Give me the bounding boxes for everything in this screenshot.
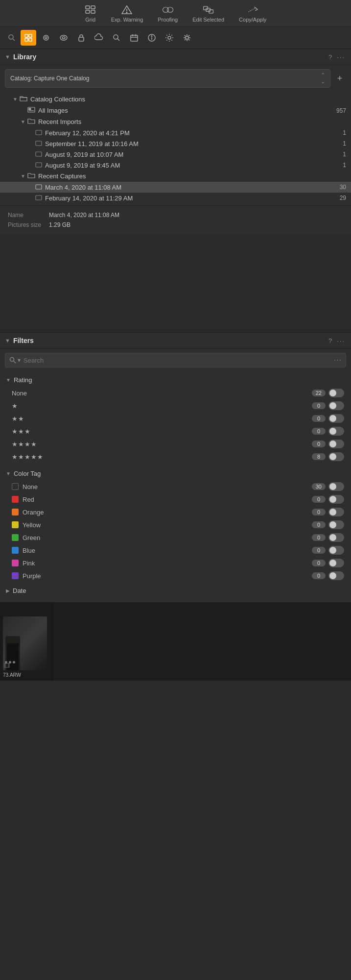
- library-title: Library: [13, 53, 36, 61]
- tab-cloud[interactable]: [91, 30, 107, 46]
- recent-import-item-3[interactable]: August 9, 2019 at 9:45 AM 1: [0, 160, 351, 171]
- catalog-add-button[interactable]: +: [333, 72, 346, 85]
- all-images-item[interactable]: All Images 957: [0, 105, 351, 116]
- rating-none-toggle[interactable]: [328, 389, 344, 397]
- color-orange-toggle[interactable]: [328, 508, 344, 516]
- import-folder-icon-0: [35, 129, 42, 137]
- svg-rect-18: [29, 34, 32, 37]
- tab-mask[interactable]: [56, 30, 71, 46]
- color-purple-toggle[interactable]: [328, 571, 344, 580]
- catalog-collections-tree: ▼ Catalog Collections All Images 957: [0, 92, 351, 205]
- exp-warning-button[interactable]: Exp. Warning: [111, 5, 143, 23]
- copy-apply-button[interactable]: Copy/Apply: [239, 5, 266, 23]
- rating-1star-stars: ★: [12, 402, 312, 410]
- color-tag-row-purple: Purple 0: [0, 569, 351, 582]
- recent-import-item-1[interactable]: September 11, 2019 at 10:16 AM 1: [0, 138, 351, 149]
- rating-row-3star: ★★★ 0: [0, 425, 351, 438]
- color-tag-row-red: Red 0: [0, 493, 351, 506]
- rating-label: Rating: [14, 376, 32, 384]
- tab-calendar[interactable]: [126, 30, 142, 46]
- library-chevron-icon[interactable]: ▼: [5, 54, 10, 60]
- tab-photos[interactable]: [38, 30, 54, 46]
- capture-count-0: 30: [340, 184, 346, 191]
- rating-2star-toggle[interactable]: [328, 414, 344, 423]
- tab-cog[interactable]: [179, 30, 195, 46]
- color-yellow-toggle[interactable]: [328, 520, 344, 529]
- copy-apply-label: Copy/Apply: [239, 17, 266, 23]
- color-tag-row-none: None 30: [0, 480, 351, 493]
- rating-1star-count: 0: [312, 402, 326, 409]
- color-pink-toggle[interactable]: [328, 559, 344, 567]
- import-count-3: 1: [343, 162, 346, 169]
- svg-rect-43: [36, 163, 42, 167]
- recent-capture-item-0[interactable]: March 4, 2020 at 11:08 AM 30: [0, 182, 351, 193]
- filters-chevron-icon[interactable]: ▼: [5, 338, 10, 343]
- rating-4star-toggle[interactable]: [328, 440, 344, 448]
- filters-help-icon[interactable]: ?: [328, 337, 332, 344]
- recent-captures-label: Recent Captures: [38, 172, 346, 180]
- color-orange-label: Orange: [23, 509, 312, 516]
- library-menu-icon[interactable]: ···: [337, 53, 345, 61]
- toolbar-search-icon[interactable]: [5, 31, 19, 45]
- import-folder-icon-1: [35, 140, 42, 147]
- catalog-selector: Catalog: Capture One Catalog ⌃⌄ +: [5, 69, 346, 88]
- size-value: 1.29 GB: [49, 221, 343, 228]
- tab-library[interactable]: [21, 30, 36, 46]
- edit-selected-button[interactable]: Edit Selected: [192, 5, 224, 23]
- catalog-collections-label: Catalog Collections: [30, 96, 346, 103]
- rating-section-header[interactable]: ▼ Rating: [0, 373, 351, 387]
- color-purple-count: 0: [312, 572, 326, 579]
- rating-3star-count: 0: [312, 428, 326, 435]
- bottom-thumbnail-area: 73.ARW: [0, 602, 351, 681]
- library-panel: ▼ Library ? ··· Catalog: Capture One Cat…: [0, 49, 351, 332]
- color-tag-section-header[interactable]: ▼ Color Tag: [0, 467, 351, 480]
- color-yellow-count: 0: [312, 521, 326, 528]
- rating-filter-section: ▼ Rating None 22 ★ 0 ★★ 0 ★★★ 0 ★★★★: [0, 371, 351, 465]
- catalog-dropdown[interactable]: Catalog: Capture One Catalog ⌃⌄: [5, 69, 330, 88]
- recent-capture-item-1[interactable]: February 14, 2020 at 11:29 AM 29: [0, 193, 351, 203]
- tab-key[interactable]: [73, 30, 89, 46]
- search-input[interactable]: [23, 357, 331, 364]
- svg-line-27: [117, 39, 119, 41]
- rating-3star-toggle[interactable]: [328, 427, 344, 436]
- all-images-icon: [27, 106, 35, 115]
- date-section-header[interactable]: ▶ Date: [0, 584, 351, 597]
- proofing-button[interactable]: Proofing: [158, 5, 178, 23]
- svg-point-8: [167, 7, 173, 13]
- tab-info[interactable]: [144, 30, 160, 46]
- import-count-1: 1: [343, 140, 346, 147]
- svg-point-22: [45, 37, 47, 39]
- library-help-icon[interactable]: ?: [328, 53, 332, 61]
- capture-date-0: March 4, 2020 at 11:08 AM: [45, 184, 337, 191]
- recent-imports-header[interactable]: ▼ Recent Imports: [0, 116, 351, 127]
- capture-folder-icon-1: [35, 194, 42, 202]
- rating-1star-toggle[interactable]: [328, 401, 344, 410]
- import-date-0: February 12, 2020 at 4:21 PM: [45, 129, 340, 137]
- color-red-label: Red: [23, 496, 312, 503]
- color-none-checkbox[interactable]: [12, 483, 19, 490]
- color-tag-row-yellow: Yellow 0: [0, 518, 351, 531]
- catalog-collections-header[interactable]: ▼ Catalog Collections: [0, 94, 351, 105]
- recent-imports-chevron-icon: ▼: [21, 119, 27, 124]
- svg-point-6: [127, 12, 128, 13]
- pagination-dots: [5, 661, 15, 663]
- color-green-count: 0: [312, 534, 326, 541]
- search-options-icon[interactable]: ···: [334, 356, 342, 365]
- color-red-toggle[interactable]: [328, 495, 344, 504]
- grid-button[interactable]: Grid: [85, 5, 96, 23]
- color-green-toggle[interactable]: [328, 533, 344, 542]
- rating-5star-toggle[interactable]: [328, 452, 344, 461]
- tab-settings[interactable]: [162, 30, 177, 46]
- recent-import-item-2[interactable]: August 9, 2019 at 10:07 AM 1: [0, 149, 351, 160]
- color-none-toggle[interactable]: [328, 482, 344, 491]
- filters-menu-icon[interactable]: ···: [337, 337, 345, 344]
- color-purple-label: Purple: [23, 572, 312, 580]
- recent-import-item-0[interactable]: February 12, 2020 at 4:21 PM 1: [0, 127, 351, 138]
- svg-rect-17: [25, 34, 28, 37]
- tab-search[interactable]: [109, 30, 124, 46]
- recent-captures-header[interactable]: ▼ Recent Captures: [0, 171, 351, 182]
- color-none-label: None: [23, 483, 312, 490]
- recent-imports-label: Recent Imports: [38, 118, 346, 125]
- color-blue-toggle[interactable]: [328, 546, 344, 555]
- rating-5star-count: 8: [312, 453, 326, 460]
